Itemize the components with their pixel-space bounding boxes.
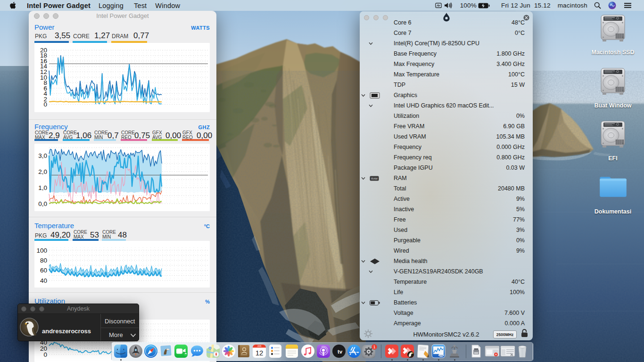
svg-text:JUN: JUN — [257, 345, 262, 347]
svg-text:intel: intel — [439, 354, 443, 357]
svg-text:1: 1 — [373, 345, 376, 349]
svg-text:12: 12 — [256, 349, 264, 357]
svg-text:tv: tv — [338, 349, 343, 354]
svg-text:RAM: RAM — [371, 177, 377, 180]
